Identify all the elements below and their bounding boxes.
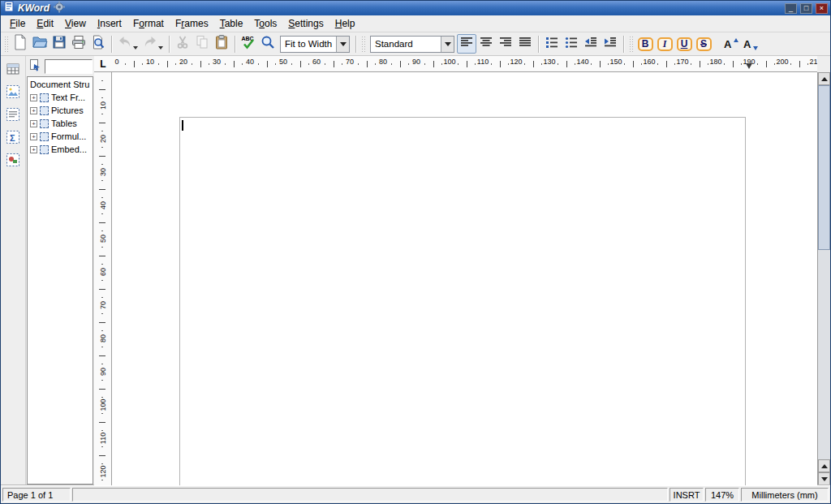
insert-formula-frame-button[interactable]: Σ [3,129,23,149]
v-ruler-dot [101,213,103,214]
units-indicator[interactable]: Millimeters (mm) [741,488,829,502]
filter-icon [28,58,41,75]
expander-icon[interactable]: + [30,120,37,127]
zoom-combo-arrow-icon[interactable] [336,37,349,52]
zoom-level-combobox[interactable]: Fit to Width [280,36,350,53]
h-ruler-number: 0 [114,58,118,66]
menu-frames[interactable]: Frames [170,16,214,31]
undo-button[interactable] [115,34,135,54]
v-ruler-number: 110 [99,433,106,444]
startup-gear-icon [53,1,66,16]
h-ruler-dot [757,63,758,65]
dock-filter-input[interactable] [45,59,93,74]
v-ruler-number: 70 [99,301,106,309]
italic-button[interactable]: I [655,34,674,54]
tree-item-embed[interactable]: +Embed... [28,143,93,156]
zoom-tool-button[interactable] [258,34,278,54]
spellcheck-button[interactable]: ABC [239,34,258,54]
redo-button[interactable] [140,34,160,54]
v-ruler-tick [99,123,105,123]
insert-object-frame-button[interactable] [3,152,23,171]
paste-button[interactable] [212,34,231,54]
tree-item-pictures[interactable]: +Pictures [28,104,93,117]
align-center-button[interactable] [476,34,496,54]
scrollbar-thumb[interactable] [818,85,830,250]
copy-button[interactable] [192,34,212,54]
toolbar-grip[interactable] [361,36,366,52]
maximize-button[interactable]: □ [800,3,812,14]
style-combo-arrow-icon[interactable] [441,37,454,52]
menu-view[interactable]: View [59,16,92,31]
menu-file[interactable]: File [4,16,31,31]
increase-indent-button[interactable] [601,34,620,54]
horizontal-ruler[interactable]: 0102030405060708090100110120130140150160… [112,56,817,71]
v-ruler-number: 60 [99,268,106,276]
up-arrow-icon [821,464,828,468]
redo-icon [142,34,158,54]
tree-item-tables[interactable]: +Tables [28,117,93,130]
expander-icon[interactable]: + [30,146,37,153]
toolbar-grip[interactable] [629,36,634,52]
h-ruler-number: 130 [543,58,555,66]
dock-filter-button[interactable] [27,58,43,75]
vertical-ruler[interactable]: 102030405060708090100110120 [94,72,112,485]
expander-icon[interactable]: + [30,133,37,140]
h-ruler-number: 200 [776,58,788,66]
subscript-button[interactable]: A [739,34,759,54]
v-ruler-tick [99,156,105,157]
menu-format[interactable]: Format [127,16,170,31]
right-margin-marker[interactable] [746,63,752,69]
minimize-button[interactable]: _ [785,3,797,14]
scrollbar-track[interactable] [818,85,830,459]
print-preview-button[interactable] [88,34,108,54]
superscript-button[interactable]: A [720,34,739,54]
vertical-scrollbar[interactable] [817,72,830,485]
h-ruler-number: 170 [676,58,688,66]
menu-insert[interactable]: Insert [92,16,127,31]
align-left-button[interactable] [457,34,476,54]
statusbar-message-area [72,488,668,502]
menu-edit[interactable]: Edit [31,16,59,31]
tree-item-textfr[interactable]: +Text Fr... [28,91,93,104]
paragraph-style-combobox[interactable]: Standard [370,36,454,53]
insert-text-frame-button[interactable] [3,106,23,126]
toolbar-grip[interactable] [4,36,9,52]
tab-type-selector[interactable]: L [94,56,112,71]
insert-table-button[interactable] [3,61,23,80]
bold-button[interactable]: B [635,34,655,54]
align-justify-button[interactable] [515,34,535,54]
align-right-button[interactable] [496,34,515,54]
menu-help[interactable]: Help [329,16,361,31]
scroll-up-button-bottom[interactable] [818,459,830,472]
menu-table[interactable]: Table [214,16,249,31]
cut-button[interactable] [173,34,192,54]
numbered-list-button[interactable] [542,34,562,54]
insert-mode-indicator[interactable]: INSRT [670,488,704,502]
menu-settings[interactable]: Settings [282,16,329,31]
zoom-indicator[interactable]: 147% [705,488,739,502]
new-document-button[interactable] [11,34,30,54]
insert-picture-frame-button[interactable] [3,84,23,103]
h-ruler-tick [799,61,800,67]
print-button[interactable] [69,34,88,54]
strikethrough-button[interactable]: S [694,34,713,54]
h-ruler-dot [142,63,143,65]
tree-item-label: Text Fr... [51,93,85,102]
decrease-indent-button[interactable] [581,34,601,54]
tree-item-formul[interactable]: +Formul... [28,130,93,143]
align-center-icon [478,34,494,54]
titlebar[interactable]: KWord _ □ × [1,1,830,15]
align-right-icon [497,34,514,54]
h-ruler-dot [125,63,126,65]
close-button[interactable]: × [816,3,828,14]
open-button[interactable] [30,34,50,54]
expander-icon[interactable]: + [30,107,37,114]
save-button[interactable] [50,34,69,54]
scroll-down-button[interactable] [818,472,830,485]
underline-button[interactable]: U [674,34,694,54]
expander-icon[interactable]: + [30,94,37,101]
bullet-list-button[interactable] [562,34,581,54]
document-canvas[interactable] [112,72,817,485]
menu-tools[interactable]: Tools [248,16,282,31]
scroll-up-button[interactable] [818,72,830,85]
